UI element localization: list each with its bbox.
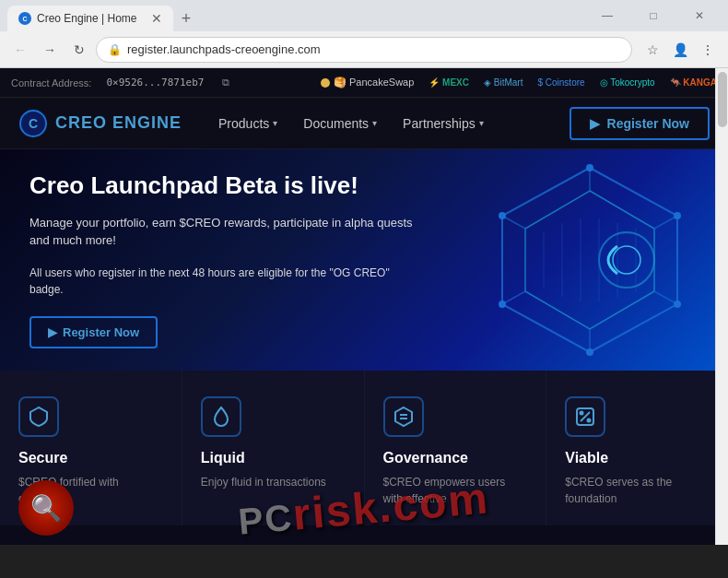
svg-marker-4	[502, 168, 677, 352]
shield-icon	[28, 406, 50, 428]
governance-desc: $CREO empowers users with effective	[383, 474, 528, 507]
percent-icon	[574, 406, 596, 428]
svg-point-31	[581, 412, 583, 415]
nav-items: Products ▾ Documents ▾ Partnerships ▾	[218, 116, 484, 131]
feature-governance: Governance $CREO empowers users with eff…	[365, 371, 547, 525]
partner-kanga: 🦘 KANGA	[670, 77, 717, 88]
nav-partnerships[interactable]: Partnerships ▾	[403, 116, 484, 131]
profile-btn[interactable]: 👤	[667, 37, 693, 63]
partner-bitmart: ◈ BitMart	[484, 77, 523, 88]
svg-marker-5	[525, 191, 654, 329]
maximize-btn[interactable]: □	[632, 1, 675, 30]
features-section: Secure $CREO fortified with certificates…	[0, 371, 728, 525]
logo-icon: C	[18, 109, 48, 138]
new-tab-btn[interactable]: +	[173, 6, 199, 31]
nav-bar: C CREO ENGINE Products ▾ Documents ▾ Par…	[0, 98, 728, 149]
partnerships-chevron: ▾	[479, 118, 484, 128]
hero-content: Creo Launchpad Beta is live! Manage your…	[29, 171, 417, 348]
svg-point-19	[613, 246, 640, 274]
products-chevron: ▾	[273, 118, 277, 128]
svg-line-16	[502, 291, 525, 304]
title-bar: C Creo Engine | Home ✕ + — □ ✕	[0, 0, 728, 31]
partner-logos: 🥞 PancakeSwap ⚡ MEXC ◈ BitMart $ Coinsto…	[321, 77, 717, 88]
logo[interactable]: C CREO ENGINE	[18, 109, 182, 138]
refresh-btn[interactable]: ↻	[66, 37, 92, 63]
scrollbar-thumb[interactable]	[718, 72, 727, 127]
svg-marker-26	[395, 407, 412, 426]
svg-text:C: C	[22, 16, 27, 22]
nav-products[interactable]: Products ▾	[218, 116, 277, 131]
viable-title: Viable	[565, 450, 710, 466]
url-text: register.launchpads-creoengine.com	[127, 42, 321, 56]
browser-chrome: C Creo Engine | Home ✕ + — □ ✕ ← → ↻ 🔒 r…	[0, 0, 728, 68]
svg-line-13	[654, 216, 677, 229]
svg-line-14	[654, 291, 677, 304]
contract-address: 0×9526...7871eb7	[106, 77, 204, 88]
governance-icon-container	[383, 396, 424, 437]
security-icon: 🔒	[108, 43, 122, 56]
pancakeswap-label: 🥞 PancakeSwap	[334, 77, 414, 88]
partner-tokocrypto: ◎ Tokocrypto	[600, 77, 655, 88]
partner-coinstore: $ Coinstore	[537, 77, 584, 88]
nav-documents[interactable]: Documents ▾	[303, 116, 377, 131]
hero-3d-graphic	[470, 159, 710, 361]
mexc-label: ⚡ MEXC	[429, 77, 469, 88]
hero-graphic	[470, 159, 710, 361]
feature-liquid: Liquid Enjoy fluid in transactions	[182, 371, 365, 525]
website-content: Contract Address: 0×9526...7871eb7 ⧉ 🥞 P…	[0, 68, 728, 545]
address-bar: ← → ↻ 🔒 register.launchpads-creoengine.c…	[0, 31, 728, 68]
viable-icon-container	[565, 396, 605, 437]
browser-actions: ☆ 👤 ⋮	[640, 37, 721, 63]
tab-close-btn[interactable]: ✕	[151, 11, 162, 26]
hero-register-label: Register Now	[63, 325, 139, 339]
liquid-desc: Enjoy fluid in transactions	[201, 474, 346, 490]
contract-label: Contract Address:	[11, 77, 91, 88]
tab-area: C Creo Engine | Home ✕ +	[7, 0, 199, 31]
liquid-title: Liquid	[201, 450, 346, 466]
active-tab[interactable]: C Creo Engine | Home ✕	[7, 6, 173, 31]
nav-documents-label: Documents	[303, 116, 369, 131]
svg-point-32	[588, 419, 591, 422]
hero-badge-text: All users who register in the next 48 ho…	[29, 265, 417, 298]
minimize-btn[interactable]: —	[586, 1, 628, 30]
documents-chevron: ▾	[372, 118, 377, 128]
secure-icon-container	[18, 396, 59, 437]
close-btn[interactable]: ✕	[678, 1, 721, 30]
scrollbar[interactable]	[715, 68, 728, 545]
secure-title: Secure	[18, 450, 163, 466]
play-icon: ▶	[590, 116, 600, 131]
governance-title: Governance	[383, 450, 528, 466]
feature-viable: Viable $CREO serves as the foundation	[546, 371, 728, 525]
kanga-label: 🦘 KANGA	[670, 77, 717, 88]
top-bar: Contract Address: 0×9526...7871eb7 ⧉ 🥞 P…	[0, 68, 728, 98]
hero-play-icon: ▶	[48, 325, 57, 339]
secure-desc: $CREO fortified with certificates	[18, 474, 163, 507]
svg-text:C: C	[29, 116, 38, 131]
url-bar[interactable]: 🔒 register.launchpads-creoengine.com	[96, 37, 632, 63]
bitmart-label: ◈ BitMart	[484, 77, 523, 88]
tab-favicon: C	[18, 12, 31, 25]
hero-subtitle: Manage your portfolio, earn $CREO reward…	[29, 214, 417, 250]
hero-title: Creo Launchpad Beta is live!	[29, 171, 417, 200]
hexagon-icon	[393, 406, 415, 428]
liquid-icon-container	[201, 396, 241, 437]
pancakeswap-icon	[321, 78, 330, 88]
copy-icon[interactable]: ⧉	[222, 77, 229, 88]
hero-section: Creo Launchpad Beta is live! Manage your…	[0, 149, 728, 371]
viable-desc: $CREO serves as the foundation	[565, 474, 710, 507]
tab-title: Creo Engine | Home	[37, 12, 142, 25]
forward-btn[interactable]: →	[37, 37, 63, 63]
register-btn-label: Register Now	[607, 116, 689, 131]
back-btn[interactable]: ←	[7, 37, 33, 63]
partner-mexc: ⚡ MEXC	[429, 77, 469, 88]
logo-text: CREO ENGINE	[55, 113, 182, 133]
feature-secure: Secure $CREO fortified with certificates	[0, 371, 182, 525]
nav-register-btn[interactable]: ▶ Register Now	[569, 107, 710, 140]
hero-register-btn[interactable]: ▶ Register Now	[29, 316, 158, 348]
nav-products-label: Products	[218, 116, 269, 131]
menu-btn[interactable]: ⋮	[695, 37, 721, 63]
partner-pancakeswap: 🥞 PancakeSwap	[321, 77, 414, 88]
window-controls: — □ ✕	[586, 1, 721, 30]
bookmark-btn[interactable]: ☆	[640, 37, 665, 63]
nav-partnerships-label: Partnerships	[403, 116, 476, 131]
